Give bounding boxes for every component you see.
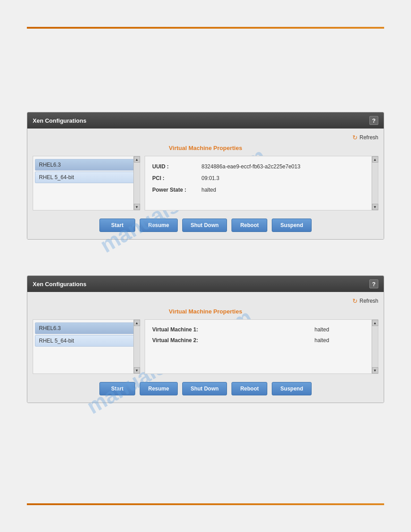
- panel1-title: Xen Configurations: [33, 117, 86, 124]
- panel2-resume-button[interactable]: Resume: [140, 382, 178, 395]
- table-row: Virtual Machine 1: halted: [150, 324, 372, 335]
- scrollbar-down-arrow[interactable]: ▼: [134, 204, 140, 210]
- panel1-props-scrollbar: ▲ ▼: [372, 156, 378, 210]
- panel2-vm-list-container: RHEL6.3 RHEL 5_64-bit ▲ ▼: [33, 319, 140, 374]
- panel2-start-button[interactable]: Start: [99, 382, 135, 395]
- bottom-border: [27, 503, 384, 505]
- top-border: [27, 27, 384, 29]
- xen-panel-2: Xen Configurations ? ↻ Refresh Virtual M…: [27, 275, 384, 403]
- panel1-refresh-row: ↻ Refresh: [33, 134, 378, 141]
- panel2-reboot-button[interactable]: Reboot: [231, 382, 267, 395]
- scrollbar-up-arrow[interactable]: ▲: [134, 156, 140, 163]
- panel1-buttons-row: Start Resume Shut Down Reboot Suspend: [33, 215, 378, 234]
- vm2-label: Virtual Machine 2:: [150, 335, 313, 346]
- prop-label-power: Power State :: [150, 184, 200, 196]
- panel1-vm-properties: UUID : 8324886a-eae9-eccf-fb63-a2c225e7e…: [145, 156, 378, 210]
- list-item[interactable]: RHEL 5_64-bit: [35, 172, 138, 183]
- props2-scrollbar-up[interactable]: ▲: [372, 320, 378, 326]
- panel1-suspend-button[interactable]: Suspend: [272, 219, 312, 232]
- props-scrollbar-up[interactable]: ▲: [372, 156, 378, 163]
- panel1-vm-list: RHEL6.3 RHEL 5_64-bit: [33, 156, 140, 210]
- panel2-refresh-button[interactable]: ↻ Refresh: [352, 297, 378, 305]
- prop-value-pci: 09:01.3: [200, 172, 372, 184]
- panel1-refresh-label: Refresh: [360, 134, 378, 141]
- prop-value-uuid: 8324886a-eae9-eccf-fb63-a2c225e7e013: [200, 161, 372, 172]
- refresh-icon: ↻: [352, 134, 358, 141]
- panel2-props-scrollbar: ▲ ▼: [372, 320, 378, 373]
- xen-panel-1: Xen Configurations ? ↻ Refresh Virtual M…: [27, 112, 384, 240]
- panel1-header: Xen Configurations ?: [27, 112, 384, 129]
- panel2-shutdown-button[interactable]: Shut Down: [182, 382, 227, 395]
- list-item[interactable]: RHEL6.3: [35, 159, 138, 171]
- panel1-vm-list-container: RHEL6.3 RHEL 5_64-bit ▲ ▼: [33, 156, 140, 210]
- panel2-title: Xen Configurations: [33, 281, 86, 287]
- panel2-suspend-button[interactable]: Suspend: [272, 382, 312, 395]
- panel2-vm-scrollbar: ▲ ▼: [133, 320, 140, 373]
- panel2-status-table: Virtual Machine 1: halted Virtual Machin…: [150, 324, 372, 346]
- panel1-start-button[interactable]: Start: [99, 219, 135, 232]
- vm2-value: halted: [313, 335, 372, 346]
- table-row: PCI : 09:01.3: [150, 172, 372, 184]
- panel1-vm-scrollbar: ▲ ▼: [133, 156, 140, 210]
- panel2-help-icon[interactable]: ?: [369, 279, 378, 288]
- props2-scrollbar-down[interactable]: ▼: [372, 367, 378, 373]
- refresh-icon-2: ↻: [352, 297, 358, 305]
- table-row: UUID : 8324886a-eae9-eccf-fb63-a2c225e7e…: [150, 161, 372, 172]
- panel2-inner: RHEL6.3 RHEL 5_64-bit ▲ ▼ Virtual Machin…: [33, 319, 378, 374]
- props-scrollbar-down[interactable]: ▼: [372, 204, 378, 210]
- prop-value-power: halted: [200, 184, 372, 196]
- panel1-shutdown-button[interactable]: Shut Down: [182, 219, 227, 232]
- vm1-label: Virtual Machine 1:: [150, 324, 313, 335]
- panel1-vm-props-title: Virtual Machine Properties: [33, 145, 378, 151]
- panel1-help-icon[interactable]: ?: [369, 116, 378, 125]
- panel1-props-table: UUID : 8324886a-eae9-eccf-fb63-a2c225e7e…: [150, 161, 372, 196]
- panel2-vm-list: RHEL6.3 RHEL 5_64-bit: [33, 320, 140, 373]
- panel1-body: ↻ Refresh Virtual Machine Properties RHE…: [27, 129, 384, 239]
- scrollbar-up-arrow-2[interactable]: ▲: [134, 320, 140, 326]
- panel1-resume-button[interactable]: Resume: [140, 219, 178, 232]
- panel1-inner: RHEL6.3 RHEL 5_64-bit ▲ ▼ UUID : 83248: [33, 156, 378, 210]
- panel2-refresh-row: ↻ Refresh: [33, 297, 378, 305]
- panel2-body: ↻ Refresh Virtual Machine Properties RHE…: [27, 292, 384, 403]
- scrollbar-down-arrow-2[interactable]: ▼: [134, 367, 140, 373]
- table-row: Power State : halted: [150, 184, 372, 196]
- prop-label-uuid: UUID :: [150, 161, 200, 172]
- prop-label-pci: PCI :: [150, 172, 200, 184]
- list-item[interactable]: RHEL 5_64-bit: [35, 335, 138, 347]
- panel1-reboot-button[interactable]: Reboot: [231, 219, 267, 232]
- panel2-header: Xen Configurations ?: [27, 276, 384, 292]
- vm1-value: halted: [313, 324, 372, 335]
- panel2-refresh-label: Refresh: [360, 298, 378, 304]
- table-row: Virtual Machine 2: halted: [150, 335, 372, 346]
- panel2-vm-props-title: Virtual Machine Properties: [33, 308, 378, 315]
- panel1-refresh-button[interactable]: ↻ Refresh: [352, 134, 378, 141]
- list-item[interactable]: RHEL6.3: [35, 322, 138, 334]
- panel2-buttons-row: Start Resume Shut Down Reboot Suspend: [33, 378, 378, 397]
- panel2-vm-properties: Virtual Machine 1: halted Virtual Machin…: [145, 319, 378, 374]
